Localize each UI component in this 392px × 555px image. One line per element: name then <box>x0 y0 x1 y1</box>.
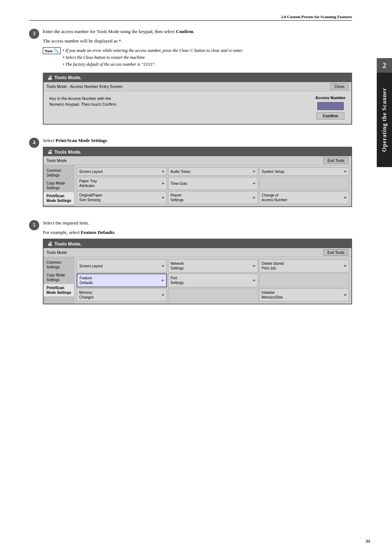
step-5-pre: For example, select <box>43 230 81 235</box>
screen-2-grid: Screen Layout ▶ Audio Tones ▶ System Set… <box>74 165 351 206</box>
confirm-left: Key in the Access Number with the Numeri… <box>49 96 117 108</box>
arrow-icon: ▶ <box>253 182 256 185</box>
sidebar-3-printscan[interactable]: Print/Scan Mode Settings <box>44 284 74 297</box>
grid-3-feature-defaults[interactable]: Feature Defaults ▶ <box>77 274 167 287</box>
step-4-pre: Select <box>43 138 56 143</box>
screen-2-title: Tools Mode. <box>54 149 82 155</box>
grid-3-empty-2 <box>168 288 258 301</box>
note-label-3: Note 🔍 <box>43 47 61 54</box>
page-number: 31 <box>366 538 370 544</box>
arrow-icon: ▶ <box>162 196 164 199</box>
arrow-icon: ▶ <box>253 196 256 199</box>
arrow-icon: ▶ <box>344 196 347 199</box>
sidebar-3-common[interactable]: Common Settings <box>44 259 74 271</box>
grid-3-delete-stored[interactable]: Delete Stored Print Job ▶ <box>259 259 349 272</box>
step-3-text: Enter the access number for Tools Mode u… <box>43 28 352 35</box>
screen-2-title-bar: 🖨 Tools Mode. <box>44 147 351 156</box>
confirm-button[interactable]: Confirm <box>317 112 344 119</box>
chapter-number: 2 <box>377 58 392 73</box>
grid-2-time-outs[interactable]: Time-Outs ▶ <box>168 177 258 190</box>
note-item-3-3: The factory default of the access number… <box>63 61 243 68</box>
arrow-icon: ▶ <box>344 264 347 268</box>
screen-3-tools: 🖨 Tools Mode. Tools Mode Exit Tools Comm… <box>43 239 352 304</box>
step-3-display: The access number will be displayed as *… <box>43 37 352 45</box>
screen-1-close-btn[interactable]: Close <box>330 83 348 90</box>
page-container: 2.6 Custom Presets for Scanning Features… <box>0 0 392 555</box>
screen-2-top-text: Tools Mode <box>46 158 67 163</box>
step-4-item: 4 Select Print/Scan Mode Settings. 🖨 Too… <box>29 137 352 213</box>
step-5-bold: Feature Defaults <box>81 230 115 235</box>
step-5-circle: 5 <box>29 220 39 230</box>
step-3-period: . <box>193 29 194 34</box>
confirm-right: Access Number ***** Confirm <box>315 96 346 119</box>
note-icon-3: 🔍 <box>53 48 59 53</box>
note-item-3-1: If you made an error while entering the … <box>63 47 243 54</box>
step-4-circle: 4 <box>29 138 39 148</box>
step-3-item: 3 Enter the access number for Tools Mode… <box>29 28 352 130</box>
screen-1-top-text: Tools Mode - Access Number Entry Screen <box>46 84 123 89</box>
screen-2-icon: 🖨 <box>47 149 52 155</box>
step-3-intro: Enter the access number for Tools Mode u… <box>43 29 176 34</box>
screen-2-sidebar: Common Settings Copy Mode Settings Print… <box>44 165 74 206</box>
step-5-text1: Select the required item. <box>43 219 352 227</box>
section-header: 2.6 Custom Presets for Scanning Features <box>29 15 352 21</box>
sidebar-2-copy[interactable]: Copy Mode Settings <box>44 179 74 192</box>
side-tab: Operating the Scanner <box>377 73 392 167</box>
arrow-icon: ▶ <box>162 170 164 173</box>
step-5-text2: For example, select Feature Defaults. <box>43 229 352 236</box>
grid-2-empty-1 <box>259 177 349 190</box>
step-4-bold: Print/Scan Mode Settings <box>56 138 107 143</box>
grid-2-system-setup[interactable]: System Setup ▶ <box>259 167 349 176</box>
grid-2-paper-tray[interactable]: Paper Tray Attributes ▶ <box>77 177 167 190</box>
arrow-icon: ▶ <box>162 182 164 185</box>
arrow-icon: ▶ <box>253 170 256 173</box>
screen-3-grid: Screen Layout ▶ Network Settings ▶ Delet… <box>74 257 351 304</box>
screen-3-sidebar: Common Settings Copy Mode Settings Print… <box>44 257 74 304</box>
note-item-3-2: Select the Close button to restart the m… <box>63 54 243 61</box>
arrow-icon: ▶ <box>162 293 164 297</box>
arrow-icon: ▶ <box>253 279 256 282</box>
screen-2-exit-btn[interactable]: Exit Tools <box>323 157 348 164</box>
note-text-3: If you made an error while entering the … <box>63 47 243 68</box>
grid-2-change-access[interactable]: Change of Access Number ▶ <box>259 191 349 204</box>
screen-1-tools: 🖨 Tools Mode. Tools Mode - Access Number… <box>43 73 352 125</box>
grid-3-initialise[interactable]: Initialise Memory/Disk ▶ <box>259 288 349 301</box>
screen-1-row: Key in the Access Number with the Numeri… <box>49 96 346 119</box>
grid-3-network-settings[interactable]: Network Settings ▶ <box>168 259 258 272</box>
screen-3-title: Tools Mode. <box>54 241 82 247</box>
arrow-icon: ▶ <box>253 264 256 268</box>
step-3-circle: 3 <box>29 29 39 39</box>
sidebar-2-printscan[interactable]: Print/Scan Mode Settings <box>44 192 74 205</box>
sidebar-3-copy[interactable]: Copy Mode Settings <box>44 271 74 284</box>
section-header-text: 2.6 Custom Presets for Scanning Features <box>281 15 352 19</box>
screen-1-title: Tools Mode. <box>54 75 82 80</box>
screen-2-top-bar: Tools Mode Exit Tools <box>44 156 351 165</box>
arrow-icon: ▶ <box>162 279 164 282</box>
grid-2-screen-layout[interactable]: Screen Layout ▶ <box>77 167 167 176</box>
step-5-post: . <box>114 230 115 235</box>
screen-2-body: Common Settings Copy Mode Settings Print… <box>44 165 351 206</box>
arrow-icon: ▶ <box>344 170 347 173</box>
screen-2-tools: 🖨 Tools Mode. Tools Mode Exit Tools Comm… <box>43 147 352 207</box>
note-box-3: Note 🔍 If you made an error while enteri… <box>43 47 352 68</box>
screen-3-body: Common Settings Copy Mode Settings Print… <box>44 257 351 304</box>
step-5-content: Select the required item. For example, s… <box>43 219 352 310</box>
step-3-bold: Confirm <box>176 29 193 34</box>
confirm-input[interactable]: ***** <box>317 102 343 110</box>
grid-2-size-sensing[interactable]: Original/Paper Size Sensing ▶ <box>77 191 167 204</box>
grid-3-memory-changes[interactable]: Memory Changes ▶ <box>77 288 167 301</box>
screen-1-title-bar: 🖨 Tools Mode. <box>44 73 351 82</box>
screen-3-top-text: Tools Mode <box>46 250 67 255</box>
screen-3-exit-btn[interactable]: Exit Tools <box>323 249 348 256</box>
grid-3-empty-1 <box>259 274 349 287</box>
screen-1-top-bar: Tools Mode - Access Number Entry Screen … <box>44 82 351 91</box>
screen-3-title-bar: 🖨 Tools Mode. <box>44 239 351 248</box>
grid-3-screen-layout[interactable]: Screen Layout ▶ <box>77 259 167 272</box>
grid-3-port-settings[interactable]: Port Settings ▶ <box>168 274 258 287</box>
note-list-3: If you made an error while entering the … <box>63 47 243 68</box>
grid-2-report-settings[interactable]: Report Settings ▶ <box>168 191 258 204</box>
sidebar-2-common[interactable]: Common Settings <box>44 167 74 179</box>
step-4-post: . <box>107 138 108 143</box>
grid-2-audio-tones[interactable]: Audio Tones ▶ <box>168 167 258 176</box>
screen-3-icon: 🖨 <box>47 241 52 247</box>
